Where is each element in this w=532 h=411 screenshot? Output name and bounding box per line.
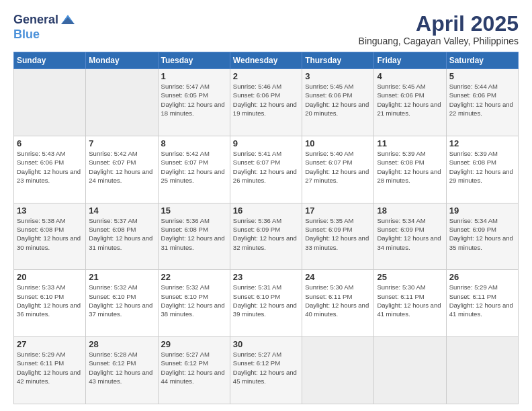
calendar-cell: 11Sunrise: 5:39 AM Sunset: 6:08 PM Dayli…: [374, 136, 446, 203]
calendar-cell: 30Sunrise: 5:27 AM Sunset: 6:12 PM Dayli…: [230, 337, 302, 404]
title-block: April 2025 Binguang, Cagayan Valley, Phi…: [359, 12, 519, 46]
day-info: Sunrise: 5:44 AM Sunset: 6:06 PM Dayligh…: [449, 82, 515, 118]
day-info: Sunrise: 5:41 AM Sunset: 6:07 PM Dayligh…: [233, 149, 299, 185]
day-info: Sunrise: 5:42 AM Sunset: 6:07 PM Dayligh…: [89, 149, 154, 185]
calendar-cell: 24Sunrise: 5:30 AM Sunset: 6:11 PM Dayli…: [302, 270, 374, 337]
calendar-cell: 16Sunrise: 5:36 AM Sunset: 6:09 PM Dayli…: [230, 203, 302, 270]
weekday-header-friday: Friday: [374, 52, 446, 69]
day-number: 19: [449, 205, 515, 216]
weekday-header-thursday: Thursday: [302, 52, 374, 69]
day-info: Sunrise: 5:29 AM Sunset: 6:11 PM Dayligh…: [449, 283, 515, 318]
day-info: Sunrise: 5:37 AM Sunset: 6:08 PM Dayligh…: [89, 216, 154, 252]
logo: General Blue: [13, 12, 76, 42]
calendar-cell: 8Sunrise: 5:42 AM Sunset: 6:07 PM Daylig…: [158, 136, 230, 203]
day-number: 2: [233, 71, 299, 81]
svg-marker-1: [61, 17, 75, 24]
day-number: 28: [89, 339, 154, 349]
day-number: 12: [449, 138, 515, 148]
day-number: 14: [89, 205, 154, 216]
day-info: Sunrise: 5:30 AM Sunset: 6:11 PM Dayligh…: [377, 283, 443, 318]
calendar-cell: 19Sunrise: 5:34 AM Sunset: 6:09 PM Dayli…: [446, 203, 518, 270]
day-number: 16: [233, 205, 299, 216]
day-info: Sunrise: 5:27 AM Sunset: 6:12 PM Dayligh…: [233, 350, 299, 385]
calendar-cell: 3Sunrise: 5:45 AM Sunset: 6:06 PM Daylig…: [302, 69, 374, 136]
day-number: 7: [89, 138, 154, 148]
weekday-header-saturday: Saturday: [446, 52, 518, 69]
day-number: 11: [377, 138, 443, 148]
calendar-cell: 23Sunrise: 5:31 AM Sunset: 6:10 PM Dayli…: [230, 270, 302, 337]
day-info: Sunrise: 5:34 AM Sunset: 6:09 PM Dayligh…: [449, 216, 515, 252]
day-info: Sunrise: 5:36 AM Sunset: 6:09 PM Dayligh…: [233, 216, 299, 252]
weekday-header-wednesday: Wednesday: [230, 52, 302, 69]
calendar-cell: 28Sunrise: 5:28 AM Sunset: 6:12 PM Dayli…: [86, 337, 158, 404]
weekday-header-monday: Monday: [86, 52, 158, 69]
day-number: 6: [17, 138, 83, 148]
calendar-cell: 27Sunrise: 5:29 AM Sunset: 6:11 PM Dayli…: [14, 337, 86, 404]
calendar-cell: [86, 69, 158, 136]
calendar-table: SundayMondayTuesdayWednesdayThursdayFrid…: [13, 52, 519, 404]
calendar-cell: 17Sunrise: 5:35 AM Sunset: 6:09 PM Dayli…: [302, 203, 374, 270]
weekday-header-row: SundayMondayTuesdayWednesdayThursdayFrid…: [14, 52, 519, 69]
day-info: Sunrise: 5:27 AM Sunset: 6:12 PM Dayligh…: [161, 350, 227, 385]
week-row-2: 6Sunrise: 5:43 AM Sunset: 6:06 PM Daylig…: [14, 136, 519, 203]
calendar-cell: 1Sunrise: 5:47 AM Sunset: 6:05 PM Daylig…: [158, 69, 230, 136]
day-number: 25: [377, 272, 443, 282]
day-number: 9: [233, 138, 299, 148]
week-row-5: 27Sunrise: 5:29 AM Sunset: 6:11 PM Dayli…: [14, 337, 519, 404]
day-info: Sunrise: 5:28 AM Sunset: 6:12 PM Dayligh…: [89, 350, 154, 385]
calendar-cell: [374, 337, 446, 404]
day-info: Sunrise: 5:31 AM Sunset: 6:10 PM Dayligh…: [233, 283, 299, 318]
calendar-cell: 5Sunrise: 5:44 AM Sunset: 6:06 PM Daylig…: [446, 69, 518, 136]
day-number: 26: [449, 272, 515, 282]
day-info: Sunrise: 5:39 AM Sunset: 6:08 PM Dayligh…: [377, 149, 443, 185]
calendar-cell: 14Sunrise: 5:37 AM Sunset: 6:08 PM Dayli…: [86, 203, 158, 270]
calendar-cell: [302, 337, 374, 404]
header: General Blue April 2025 Binguang, Cagaya…: [13, 12, 519, 46]
page: General Blue April 2025 Binguang, Cagaya…: [0, 0, 532, 411]
day-number: 3: [305, 71, 371, 81]
day-number: 10: [305, 138, 371, 148]
day-number: 18: [377, 205, 443, 216]
week-row-4: 20Sunrise: 5:33 AM Sunset: 6:10 PM Dayli…: [14, 270, 519, 337]
logo-blue-text: Blue: [13, 28, 76, 42]
calendar-cell: [14, 69, 86, 136]
day-info: Sunrise: 5:36 AM Sunset: 6:08 PM Dayligh…: [161, 216, 227, 252]
calendar-cell: [446, 337, 518, 404]
day-info: Sunrise: 5:45 AM Sunset: 6:06 PM Dayligh…: [305, 82, 371, 118]
day-number: 8: [161, 138, 227, 148]
calendar-cell: 6Sunrise: 5:43 AM Sunset: 6:06 PM Daylig…: [14, 136, 86, 203]
day-info: Sunrise: 5:45 AM Sunset: 6:06 PM Dayligh…: [377, 82, 443, 118]
day-number: 17: [305, 205, 371, 216]
day-info: Sunrise: 5:29 AM Sunset: 6:11 PM Dayligh…: [17, 350, 83, 385]
calendar-cell: 10Sunrise: 5:40 AM Sunset: 6:07 PM Dayli…: [302, 136, 374, 203]
calendar-cell: 26Sunrise: 5:29 AM Sunset: 6:11 PM Dayli…: [446, 270, 518, 337]
day-info: Sunrise: 5:33 AM Sunset: 6:10 PM Dayligh…: [17, 283, 83, 318]
day-number: 4: [377, 71, 443, 81]
calendar-cell: 21Sunrise: 5:32 AM Sunset: 6:10 PM Dayli…: [86, 270, 158, 337]
day-number: 20: [17, 272, 83, 282]
calendar-cell: 9Sunrise: 5:41 AM Sunset: 6:07 PM Daylig…: [230, 136, 302, 203]
calendar-cell: 20Sunrise: 5:33 AM Sunset: 6:10 PM Dayli…: [14, 270, 86, 337]
calendar-cell: 7Sunrise: 5:42 AM Sunset: 6:07 PM Daylig…: [86, 136, 158, 203]
day-info: Sunrise: 5:34 AM Sunset: 6:09 PM Dayligh…: [377, 216, 443, 252]
calendar-cell: 29Sunrise: 5:27 AM Sunset: 6:12 PM Dayli…: [158, 337, 230, 404]
calendar-location: Binguang, Cagayan Valley, Philippines: [359, 36, 519, 46]
day-number: 29: [161, 339, 227, 349]
calendar-title: April 2025: [359, 12, 519, 36]
day-number: 27: [17, 339, 83, 349]
calendar-cell: 15Sunrise: 5:36 AM Sunset: 6:08 PM Dayli…: [158, 203, 230, 270]
day-info: Sunrise: 5:30 AM Sunset: 6:11 PM Dayligh…: [305, 283, 371, 318]
day-number: 13: [17, 205, 83, 216]
logo-general-text: General: [13, 13, 58, 27]
day-number: 5: [449, 71, 515, 81]
calendar-cell: 22Sunrise: 5:32 AM Sunset: 6:10 PM Dayli…: [158, 270, 230, 337]
day-info: Sunrise: 5:46 AM Sunset: 6:06 PM Dayligh…: [233, 82, 299, 118]
calendar-cell: 12Sunrise: 5:39 AM Sunset: 6:08 PM Dayli…: [446, 136, 518, 203]
day-info: Sunrise: 5:39 AM Sunset: 6:08 PM Dayligh…: [449, 149, 515, 185]
day-info: Sunrise: 5:32 AM Sunset: 6:10 PM Dayligh…: [161, 283, 227, 318]
calendar-cell: 25Sunrise: 5:30 AM Sunset: 6:11 PM Dayli…: [374, 270, 446, 337]
day-number: 22: [161, 272, 227, 282]
day-info: Sunrise: 5:43 AM Sunset: 6:06 PM Dayligh…: [17, 149, 83, 185]
day-info: Sunrise: 5:35 AM Sunset: 6:09 PM Dayligh…: [305, 216, 371, 252]
day-info: Sunrise: 5:42 AM Sunset: 6:07 PM Dayligh…: [161, 149, 227, 185]
